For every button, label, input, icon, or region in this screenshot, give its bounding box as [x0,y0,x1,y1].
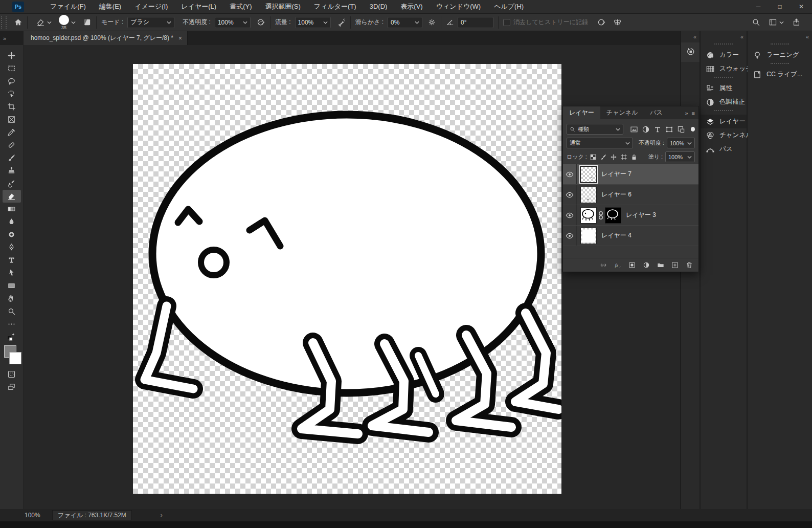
collapse-panels-icon[interactable]: « [748,31,812,42]
panel-button-channels[interactable]: チャンネル [701,128,747,142]
maximize-button[interactable]: □ [769,0,791,13]
edit-toolbar[interactable] [3,318,21,331]
visibility-eye-icon[interactable] [563,205,577,225]
dodge-tool[interactable] [3,228,21,241]
history-brush-tool[interactable] [3,177,21,190]
visibility-eye-icon[interactable] [563,185,577,205]
hand-tool[interactable] [3,292,21,305]
zoom-tool[interactable] [3,305,21,318]
new-group-icon[interactable] [657,261,665,269]
menu-item-view[interactable]: 表示(V) [394,0,429,13]
workspace-icon[interactable] [769,18,777,27]
panel-menu-icon[interactable]: ≡ [692,110,695,116]
opacity-input[interactable]: 100% [215,17,251,28]
spot-healing-tool[interactable] [3,139,21,151]
object-selection-tool[interactable] [3,87,21,100]
close-button[interactable]: ✕ [791,0,812,13]
lasso-tool[interactable] [3,75,21,87]
filter-pixel-icon[interactable] [630,125,638,134]
layer-fill-input[interactable]: 100% [665,151,695,162]
layer-thumbnail[interactable] [580,166,597,183]
background-color-swatch[interactable] [9,352,21,364]
share-icon[interactable] [792,18,801,27]
menu-item-select[interactable]: 選択範囲(S) [259,0,307,13]
group-grip[interactable] [714,110,733,113]
tab-layers[interactable]: レイヤー [563,106,600,119]
panel-button-adjustments[interactable]: 色調補正 [701,95,747,109]
type-tool[interactable] [3,254,21,267]
panel-button-layers[interactable]: レイヤー [701,115,747,128]
status-expand-icon[interactable]: › [161,512,163,519]
tool-preset-picker[interactable] [36,18,52,27]
smoothing-input[interactable]: 0% [388,17,422,28]
panel-button-color[interactable]: カラー [701,48,747,62]
blur-tool[interactable] [3,215,21,228]
pressure-size-icon[interactable] [597,18,606,27]
panel-button-swatches[interactable]: スウォッチ [701,62,747,76]
layer-filter-select[interactable]: 種類 [567,124,623,135]
expand-panel-icon[interactable]: » [685,110,688,116]
zoom-level-input[interactable]: 100% [25,512,48,519]
layer-row-layer-6[interactable]: レイヤー 6 [563,185,698,205]
group-grip[interactable] [771,63,789,65]
path-selection-tool[interactable] [3,267,21,279]
angle-input[interactable]: 0° [458,17,493,28]
filter-smart-object-icon[interactable] [677,125,685,134]
panel-button-cc-libraries[interactable]: CC ライブ... [748,68,812,81]
layer-mask-thumbnail[interactable] [605,207,621,224]
add-mask-icon[interactable] [628,261,636,269]
marquee-tool[interactable] [3,62,21,75]
move-tool[interactable] [3,49,21,62]
default-colors[interactable] [3,331,21,343]
smoothing-gear-icon[interactable] [427,18,436,27]
brush-tool[interactable] [3,151,21,164]
collapse-panels-icon[interactable]: « [701,31,747,42]
delete-layer-icon[interactable] [685,261,693,269]
filter-toggle[interactable] [691,127,695,131]
canvas[interactable] [133,64,561,494]
filter-type-icon[interactable] [653,125,662,134]
flow-input[interactable]: 100% [295,17,331,28]
link-layers-icon[interactable] [599,261,607,269]
frame-tool[interactable] [3,113,21,126]
group-grip[interactable] [714,77,733,79]
crop-tool[interactable] [3,100,21,113]
lock-pixels-icon[interactable] [600,153,607,161]
lock-position-icon[interactable] [610,153,617,161]
layer-thumbnail[interactable] [580,187,597,203]
menu-item-image[interactable]: イメージ(I) [128,0,174,13]
layer-row-layer-7[interactable]: レイヤー 7 [563,164,698,185]
eraser-tool[interactable] [3,190,21,203]
screen-mode[interactable] [3,381,21,393]
close-tab-icon[interactable]: × [178,35,182,42]
menu-item-help[interactable]: ヘルプ(H) [487,0,530,13]
lock-transparency-icon[interactable] [590,153,597,161]
filter-shape-icon[interactable] [665,125,673,134]
menu-item-file[interactable]: ファイル(F) [43,0,93,13]
options-grip[interactable] [1,16,7,29]
layer-thumbnail[interactable] [580,207,597,224]
group-grip[interactable] [714,43,733,46]
filter-adjustment-icon[interactable] [642,125,650,134]
menu-item-window[interactable]: ウィンドウ(W) [430,0,487,13]
tab-paths[interactable]: パス [644,106,669,119]
panel-button-history-panel[interactable] [681,45,700,59]
symmetry-butterfly-icon[interactable] [613,18,622,27]
lock-all-icon[interactable] [630,153,638,161]
menu-item-type[interactable]: 書式(Y) [223,0,258,13]
collapse-panels-icon[interactable]: « [681,31,700,42]
new-layer-icon[interactable] [671,261,679,269]
chevron-down-icon[interactable] [71,21,76,24]
toolbar-collapse-icon[interactable]: » [0,31,24,45]
mask-link-icon[interactable] [598,209,604,222]
lock-artboard-icon[interactable] [620,153,627,161]
panel-button-paths[interactable]: パス [701,142,747,156]
clone-stamp-tool[interactable] [3,164,21,177]
visibility-eye-icon[interactable] [563,226,577,246]
erase-history-checkbox[interactable] [503,19,510,26]
shape-tool[interactable] [3,279,21,292]
blend-mode-select[interactable]: 通常 [567,138,633,148]
brush-preset-picker[interactable]: 35 [59,15,69,30]
home-icon[interactable] [14,18,22,27]
menu-item-layer[interactable]: レイヤー(L) [174,0,223,13]
